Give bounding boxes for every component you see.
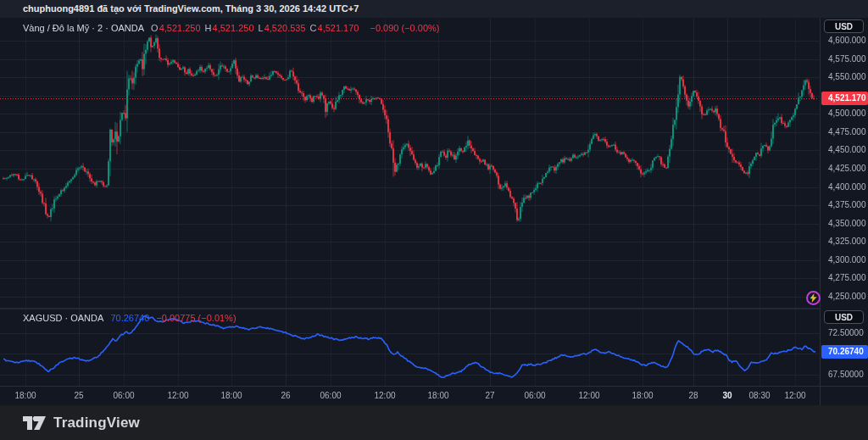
time-axis[interactable]: 18:002506:0012:0018:002606:0012:0018:002… xyxy=(0,387,868,405)
pane-separator[interactable] xyxy=(0,308,821,309)
ohlc-value: 4,520.535 xyxy=(264,23,306,33)
ohlc-letter: L xyxy=(259,23,264,33)
price-tick-label: 4,325.000 xyxy=(828,237,866,246)
price-tick-label: 4,450.000 xyxy=(828,145,866,154)
ohlc-value: 4,521.250 xyxy=(159,23,201,33)
currency-button-main[interactable]: USD xyxy=(824,19,864,33)
ohlc-letter: O xyxy=(151,23,159,33)
lightning-bolt-icon xyxy=(810,293,817,303)
time-tick-label: 06:00 xyxy=(105,391,142,400)
price-tick-label: 4,500.000 xyxy=(828,109,866,118)
time-tick-label: 06:00 xyxy=(516,391,554,400)
ohlc-value: 4,521.170 xyxy=(318,23,359,33)
time-tick-label: 08:30 xyxy=(741,391,778,400)
main-legend: Vàng / Đô la Mỹ · 2 · OANDA O4,521.250H4… xyxy=(23,23,443,33)
time-tick-label: 18:00 xyxy=(420,391,457,400)
time-tick-label: 12:00 xyxy=(366,391,403,400)
time-tick-label: 28 xyxy=(675,391,712,400)
price-tick-label: 4,275.000 xyxy=(828,273,866,282)
tradingview-logo-text[interactable]: TradingView xyxy=(53,415,140,432)
price-tick-label: 72.50000 xyxy=(828,328,864,337)
ohlc-letter: H xyxy=(205,23,212,33)
symbol-title[interactable]: Vàng / Đô la Mỹ · 2 · OANDA xyxy=(23,23,144,33)
attribution-text: chuphuong4891 đã tạo với TradingView.com… xyxy=(23,3,359,14)
price-tick-label: 4,400.000 xyxy=(828,182,866,192)
time-tick-label: 25 xyxy=(60,391,97,400)
time-tick-label: 18:00 xyxy=(624,391,661,400)
ohlc-letter: C xyxy=(310,23,317,33)
time-tick-label: 06:00 xyxy=(312,391,349,400)
tradingview-snapshot: chuphuong4891 đã tạo với TradingView.com… xyxy=(0,0,868,440)
price-axis[interactable]: 4,600.0004,575.0004,550.0004,525.0004,50… xyxy=(821,18,868,386)
price-tick-label: 4,575.000 xyxy=(828,54,866,64)
last-price-badge-main: 4,521.170 xyxy=(821,92,868,105)
last-price-badge-sub: 70.26740 xyxy=(821,345,868,359)
sub-last-value: 70.26740 xyxy=(110,313,149,323)
price-tick-label: 4,350.000 xyxy=(828,219,866,228)
price-tick-label: 4,300.000 xyxy=(828,255,866,265)
tradingview-logo-icon xyxy=(23,414,46,432)
sub-legend: XAGUSD · OANDA 70.26740 −0.00775 (−0.01%… xyxy=(23,313,241,323)
change-value: −0.090 (−0.00%) xyxy=(370,23,440,33)
time-tick-label: 12:00 xyxy=(159,391,197,400)
sub-symbol-title[interactable]: XAGUSD · OANDA xyxy=(23,313,103,323)
ohlc-values: O4,521.250H4,521.250L4,520.535C4,521.170 xyxy=(151,23,363,33)
time-tick-label: 27 xyxy=(471,391,509,400)
branding-bar: TradingView xyxy=(0,405,868,440)
flash-icon[interactable] xyxy=(806,291,821,305)
attribution-bar: chuphuong4891 đã tạo với TradingView.com… xyxy=(0,0,868,18)
ohlc-value: 4,521.250 xyxy=(213,23,254,33)
time-tick-label: 18:00 xyxy=(213,391,250,400)
price-tick-label: 4,375.000 xyxy=(828,200,866,209)
price-tick-label: 67.50000 xyxy=(828,370,864,379)
time-tick-label: 26 xyxy=(267,391,304,400)
sub-change-value: −0.00775 (−0.01%) xyxy=(156,313,236,323)
chart-canvas[interactable] xyxy=(0,0,868,440)
currency-button-sub[interactable]: USD xyxy=(824,310,864,324)
price-tick-label: 4,475.000 xyxy=(828,127,866,136)
time-tick-label: 12:00 xyxy=(570,391,608,400)
time-tick-label: 12:00 xyxy=(776,391,814,400)
price-tick-label: 4,425.000 xyxy=(828,164,866,173)
price-tick-label: 4,250.000 xyxy=(828,292,866,301)
time-tick-label: 18:00 xyxy=(7,391,44,400)
price-tick-label: 4,550.000 xyxy=(828,72,866,81)
price-tick-label: 4,600.000 xyxy=(828,36,866,45)
